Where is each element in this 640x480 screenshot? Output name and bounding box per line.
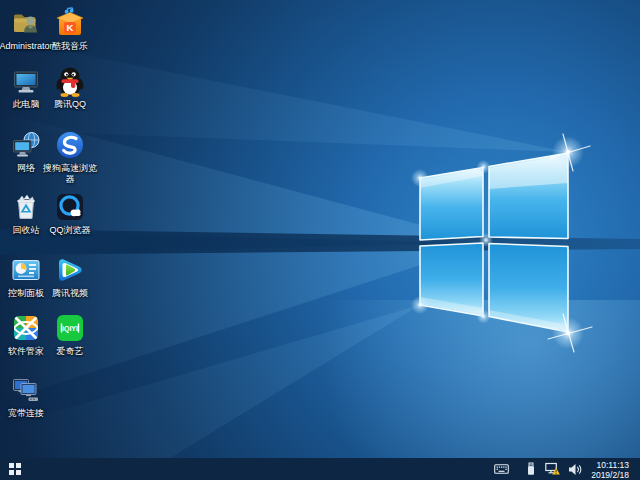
desktop-icon-label: 爱奇艺 — [42, 346, 98, 357]
clock-time: 10:11:13 — [591, 460, 629, 470]
desktop-icon-tencent-video[interactable]: 腾讯视频 — [46, 254, 94, 299]
desktop-icon-label: 宽带连接 — [0, 408, 54, 419]
clock-date: 2019/2/18 — [591, 470, 629, 480]
control-panel-icon — [10, 254, 42, 286]
svg-text:iQIYI: iQIYI — [62, 325, 78, 333]
desktop-icon-label: 腾讯视频 — [42, 288, 98, 299]
network-globe-monitor-icon — [10, 129, 42, 161]
system-tray: 10:11:13 2019/2/18 — [490, 458, 640, 480]
volume-icon[interactable] — [564, 458, 586, 480]
desktop-icon-label: QQ浏览器 — [42, 225, 98, 236]
tencent-video-icon — [54, 254, 86, 286]
taskbar-empty-area[interactable] — [30, 458, 490, 480]
this-pc-monitor-icon — [10, 65, 42, 97]
windows-logo-icon — [9, 463, 21, 475]
desktop-icon-tencent-qq[interactable]: 腾讯QQ — [46, 65, 94, 110]
iqiyi-icon: iQIYI — [54, 312, 86, 344]
desktop-icon-kuwo-music[interactable]: K 酷我音乐 — [46, 7, 94, 52]
desktop[interactable]: Administrator 此电脑 网络 — [0, 0, 640, 458]
desktop-icon-broadband[interactable]: 宽带连接 — [2, 374, 50, 419]
taskbar: 10:11:13 2019/2/18 — [0, 458, 640, 480]
recycle-bin-icon — [10, 191, 42, 223]
sogou-browser-icon — [54, 129, 86, 161]
desktop-icon-label: 腾讯QQ — [42, 99, 98, 110]
desktop-icon-iqiyi[interactable]: iQIYI 爱奇艺 — [46, 312, 94, 357]
desktop-icon-label: 酷我音乐 — [42, 41, 98, 52]
network-warning-icon[interactable] — [541, 458, 564, 480]
qq-browser-icon — [54, 191, 86, 223]
kuwo-music-icon: K — [54, 7, 86, 39]
start-button[interactable] — [0, 458, 30, 480]
desktop-icon-sogou-browser[interactable]: 搜狗高速浏览器 — [46, 129, 94, 185]
desktop-icon-qq-browser[interactable]: QQ浏览器 — [46, 191, 94, 236]
taskbar-clock[interactable]: 10:11:13 2019/2/18 — [586, 459, 635, 480]
software-manager-icon — [10, 312, 42, 344]
desktop-icon-label: 搜狗高速浏览器 — [42, 163, 98, 185]
administrator-user-folder-icon — [10, 7, 42, 39]
tencent-qq-penguin-icon — [54, 65, 86, 97]
usb-device-icon[interactable] — [521, 458, 541, 480]
touch-keyboard-icon[interactable] — [490, 458, 513, 480]
svg-text:K: K — [67, 22, 74, 33]
broadband-connection-icon — [10, 374, 42, 406]
